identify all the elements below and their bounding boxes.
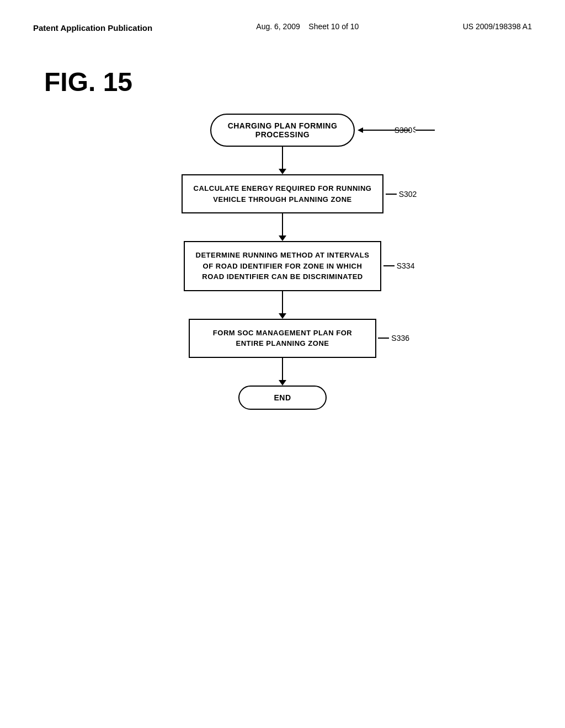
figure-label: FIG. 15	[44, 67, 532, 97]
header-sheet: Sheet 10 of 10	[308, 22, 359, 31]
arrow-line-3	[282, 291, 283, 313]
node-s302-wrapper: CALCULATE ENERGY REQUIRED FOR RUNNINGVEH…	[182, 174, 384, 213]
s302-label: S302	[399, 190, 417, 199]
arrow-head-2	[279, 235, 286, 241]
header-date: Aug. 6, 2009	[256, 22, 300, 31]
arrow-head-4	[279, 380, 286, 386]
arrow-s336-end	[279, 358, 286, 386]
s300-line	[415, 130, 435, 131]
s334-label: S334	[397, 261, 415, 270]
arrow-line-2	[282, 213, 283, 235]
arrow-line	[282, 147, 283, 169]
diagram-container: CHARGING PLAN FORMINGPROCESSING S300 S3	[33, 114, 532, 410]
node-s334-wrapper: DETERMINE RUNNING METHOD AT INTERVALSOF …	[184, 241, 382, 291]
node-s336: FORM SOC MANAGEMENT PLAN FORENTIRE PLANN…	[189, 319, 376, 358]
arrow-s302-s334	[279, 213, 286, 241]
svg-marker-0	[358, 127, 363, 133]
s336-label-group: S336	[378, 334, 409, 342]
s300-arrow-svg: S300	[355, 124, 415, 137]
header-publication-label: Patent Application Publication	[33, 22, 152, 34]
page: Patent Application Publication Aug. 6, 2…	[0, 0, 565, 728]
header: Patent Application Publication Aug. 6, 2…	[33, 22, 532, 34]
node-end: END	[238, 386, 327, 410]
node-s300-wrapper: CHARGING PLAN FORMINGPROCESSING S300 S3	[210, 114, 355, 147]
node-s336-wrapper: FORM SOC MANAGEMENT PLAN FORENTIRE PLANN…	[189, 319, 376, 358]
arrow-head	[279, 169, 286, 174]
s336-tick	[378, 338, 389, 339]
arrow-head-3	[279, 313, 286, 319]
svg-text:S300: S300	[413, 125, 415, 134]
arrow-s300-s302	[279, 147, 286, 174]
node-s302: CALCULATE ENERGY REQUIRED FOR RUNNINGVEH…	[182, 174, 384, 213]
s334-label-group: S334	[383, 261, 415, 270]
header-center: Aug. 6, 2009 Sheet 10 of 10	[256, 22, 359, 31]
header-patent-number: US 2009/198398 A1	[463, 22, 532, 31]
s300-arrow-container: S300	[355, 124, 415, 137]
s300-arrow	[415, 130, 435, 131]
node-s334: DETERMINE RUNNING METHOD AT INTERVALSOF …	[184, 241, 382, 291]
arrow-line-4	[282, 358, 283, 380]
arrow-s334-s336	[279, 291, 286, 319]
s336-label: S336	[391, 334, 409, 342]
node-end-wrapper: END	[238, 386, 327, 410]
s302-tick	[386, 194, 397, 195]
flowchart: CHARGING PLAN FORMINGPROCESSING S300 S3	[182, 114, 384, 410]
node-s300: CHARGING PLAN FORMINGPROCESSING	[210, 114, 355, 147]
s334-tick	[383, 265, 395, 266]
s302-label-group: S302	[386, 190, 417, 199]
